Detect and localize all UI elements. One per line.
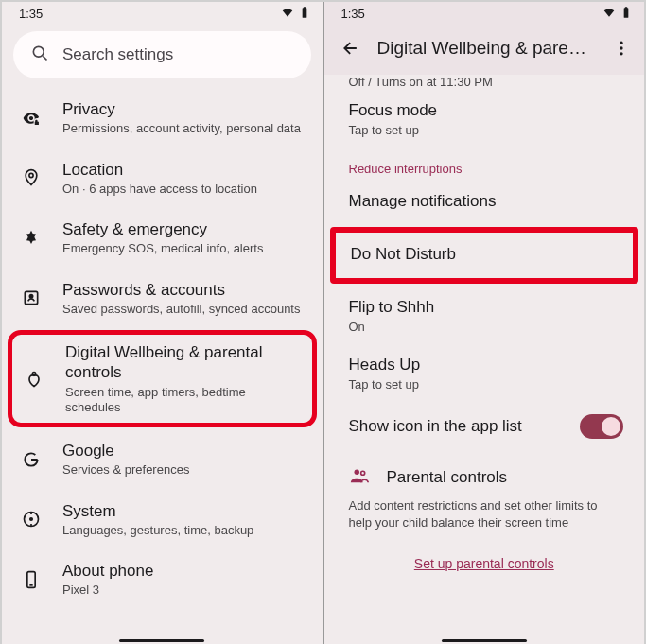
svg-point-0: [33, 46, 44, 57]
battery-icon: [298, 6, 311, 22]
settings-item-system[interactable]: SystemLanguages, gestures, time, backup: [2, 490, 323, 550]
parental-setup-link[interactable]: Set up parental controls: [328, 541, 641, 577]
item-subtitle: Tap to set up: [349, 123, 624, 137]
svg-point-13: [354, 470, 359, 476]
more-button[interactable]: [604, 31, 638, 65]
privacy-icon: [21, 109, 42, 128]
settings-item-location[interactable]: LocationOn · 6 apps have access to locat…: [2, 148, 323, 209]
status-time: 1:35: [19, 7, 43, 21]
item-title: Safety & emergency: [62, 219, 306, 239]
svg-point-2: [29, 174, 33, 178]
item-subtitle: Permissions, account activity, personal …: [62, 121, 306, 136]
item-subtitle: On · 6 apps have access to location: [62, 182, 306, 197]
item-title: Digital Wellbeing & parental controls: [65, 342, 303, 383]
svg-point-4: [29, 295, 32, 298]
item-title: About phone: [62, 561, 306, 581]
item-title: Heads Up: [349, 355, 624, 375]
item-focus-mode[interactable]: Focus mode Tap to set up: [328, 91, 641, 148]
item-flip-to-shhh[interactable]: Flip to Shhh On: [328, 287, 641, 345]
key-icon: [21, 288, 42, 307]
search-placeholder: Search settings: [62, 45, 173, 64]
settings-item-privacy[interactable]: PrivacyPermissions, account activity, pe…: [2, 88, 323, 148]
item-title: Privacy: [62, 99, 306, 119]
about-phone-icon: [21, 570, 42, 589]
item-subtitle: Services & preferences: [62, 462, 306, 478]
nav-indicator[interactable]: [442, 639, 527, 642]
item-title: Passwords & accounts: [62, 280, 306, 300]
item-subtitle: Screen time, app timers, bedtime schedul…: [65, 385, 303, 416]
settings-item-passwords[interactable]: Passwords & accountsSaved passwords, aut…: [2, 269, 323, 329]
settings-screen: 1:35 Search settings PrivacyPermissions,…: [2, 2, 323, 644]
status-bar: 1:35: [324, 2, 645, 24]
item-title: Show icon in the app list: [349, 417, 522, 436]
wellbeing-icon: [24, 370, 44, 389]
wifi-icon: [602, 6, 616, 22]
search-settings-field[interactable]: Search settings: [13, 31, 311, 78]
item-subtitle: Emergency SOS, medical info, alerts: [62, 241, 306, 256]
settings-item-digital-wellbeing[interactable]: Digital Wellbeing & parental controlsScr…: [8, 330, 317, 427]
item-title: Manage notifications: [349, 191, 624, 212]
bedtime-subtitle: Off / Turns on at 11:30 PM: [328, 75, 641, 91]
item-title: Flip to Shhh: [349, 297, 624, 318]
item-subtitle: On: [349, 320, 624, 334]
item-subtitle: Saved passwords, autofill, synced accoun…: [62, 302, 306, 317]
svg-point-10: [620, 42, 622, 44]
item-heads-up[interactable]: Heads Up Tap to set up: [328, 345, 641, 403]
item-subtitle: Tap to set up: [349, 377, 624, 392]
svg-point-14: [360, 472, 364, 476]
item-title: System: [62, 501, 306, 521]
app-bar: Digital Wellbeing & parental...: [324, 24, 645, 75]
parental-description: Add content restrictions and set other l…: [349, 497, 624, 531]
search-icon: [30, 44, 49, 67]
svg-line-1: [43, 56, 46, 60]
item-show-icon[interactable]: Show icon in the app list: [328, 403, 641, 452]
item-do-not-disturb[interactable]: Do Not Disturb: [330, 227, 639, 284]
app-bar-title: Digital Wellbeing & parental...: [377, 38, 596, 59]
settings-item-google[interactable]: GoogleServices & preferences: [2, 429, 323, 490]
item-manage-notifications[interactable]: Manage notifications: [328, 182, 641, 223]
item-title: Do Not Disturb: [351, 244, 620, 265]
item-title: Google: [62, 441, 306, 461]
settings-item-safety[interactable]: Safety & emergencyEmergency SOS, medical…: [2, 208, 323, 269]
item-title: Location: [62, 160, 306, 180]
svg-point-7: [30, 518, 33, 521]
parental-title: Parental controls: [387, 468, 508, 487]
svg-point-12: [620, 52, 622, 55]
section-header-reduce: Reduce interruptions: [328, 148, 641, 182]
item-subtitle: Languages, gestures, time, backup: [62, 523, 306, 538]
location-icon: [21, 168, 42, 187]
settings-item-about[interactable]: About phonePixel 3: [2, 549, 323, 610]
svg-point-11: [620, 46, 622, 49]
item-title: Focus mode: [349, 100, 624, 121]
wifi-icon: [281, 6, 294, 22]
google-icon: [21, 450, 42, 469]
system-icon: [21, 510, 42, 529]
status-bar: 1:35: [2, 2, 323, 24]
back-button[interactable]: [334, 31, 368, 65]
item-subtitle: Pixel 3: [62, 583, 306, 598]
show-icon-toggle[interactable]: [580, 414, 623, 439]
settings-list: PrivacyPermissions, account activity, pe…: [2, 88, 323, 639]
wellbeing-screen: 1:35 Digital Wellbeing & parental... Off…: [324, 2, 645, 644]
safety-icon: [21, 229, 42, 248]
section-parental-controls: Parental controls Add content restrictio…: [328, 452, 641, 540]
nav-indicator[interactable]: [119, 639, 204, 642]
battery-icon: [620, 6, 633, 22]
status-time: 1:35: [341, 7, 365, 21]
parental-icon: [349, 465, 370, 490]
wellbeing-list: Off / Turns on at 11:30 PM Focus mode Ta…: [324, 75, 645, 639]
